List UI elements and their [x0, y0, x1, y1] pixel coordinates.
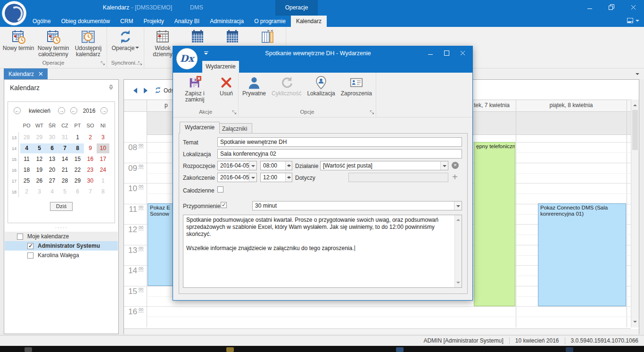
minical-day[interactable]: 23	[84, 165, 97, 175]
document-tab-kalendarz[interactable]: Kalendarz	[4, 68, 48, 79]
dialog-minimize-button[interactable]	[422, 46, 438, 59]
nowy-termin-całodzienny-button[interactable]: Nowy termin całodzienny	[36, 28, 71, 58]
cykliczność-button[interactable]: Cykliczność	[269, 74, 304, 97]
minical-day[interactable]: 9	[84, 143, 97, 153]
zapisz-i-zamknij-button[interactable]: Zapisz i zamknij	[174, 74, 215, 103]
tree-item-karolina-walega[interactable]: Karolina Wałęga	[5, 251, 118, 260]
operacje-button[interactable]: Operacje	[108, 28, 143, 51]
usuń-button[interactable]: Usuń	[215, 74, 237, 103]
prev-month-button[interactable]: ←	[14, 107, 21, 114]
dialog-close-button[interactable]	[454, 46, 471, 59]
minical-day[interactable]: 15	[71, 154, 84, 164]
close-button[interactable]	[622, 0, 644, 14]
windows-taskbar[interactable]	[0, 346, 644, 352]
splitter-handle[interactable]: ·····	[4, 225, 118, 230]
minical-day[interactable]: 12	[33, 154, 46, 164]
checkbox[interactable]	[27, 252, 33, 259]
minical-day[interactable]: 30	[46, 133, 58, 142]
spinner-icon[interactable]	[285, 161, 292, 170]
taskbar-icon[interactable]	[25, 347, 32, 352]
scroll-up-icon[interactable]	[633, 102, 637, 106]
menu-tab-projekty[interactable]: Projekty	[138, 16, 169, 27]
dialog-launcher-icon[interactable]	[100, 61, 106, 66]
rozpoczecie-time-input[interactable]: 08:00	[260, 161, 292, 170]
menu-tab-crm[interactable]: CRM	[115, 16, 138, 27]
zakonczenie-date-input[interactable]: 2016-04-05	[217, 173, 257, 182]
minical-day[interactable]: 8	[71, 143, 84, 153]
minical-day[interactable]: 28	[20, 133, 33, 142]
dotyczy-input[interactable]	[348, 173, 448, 182]
minical-day[interactable]: 29	[33, 133, 46, 142]
rozpoczecie-date-input[interactable]: 2016-04-05	[217, 161, 257, 170]
menu-tab-kalendarz[interactable]: Kalendarz	[291, 16, 327, 27]
prev-period-button[interactable]	[131, 88, 137, 93]
refresh-icon[interactable]	[154, 86, 162, 94]
scrollbar-thumb[interactable]	[632, 110, 638, 150]
minical-day[interactable]: 6	[46, 143, 58, 153]
dialog-tab-wydarzenie[interactable]: Wydarzenie	[202, 61, 239, 73]
dialog-launcher-icon[interactable]	[232, 110, 237, 115]
calodzienne-checkbox[interactable]	[217, 186, 223, 193]
quick-access-caret-icon[interactable]	[204, 51, 208, 55]
app-logo-icon[interactable]	[2, 1, 26, 25]
dialog-maximize-button[interactable]	[438, 46, 454, 59]
minical-day[interactable]: 10	[97, 143, 109, 153]
vertical-scrollbar[interactable]	[631, 100, 639, 327]
minical-day[interactable]: 3	[33, 187, 46, 197]
page-tab-wydarzenie[interactable]: Wydarzenie	[180, 122, 220, 134]
minical-day[interactable]: 8	[97, 187, 109, 197]
udostępnij-kalendarz-button[interactable]: Udostępnij kalendarz	[71, 28, 106, 58]
taskbar-icon[interactable]	[396, 347, 404, 352]
minimize-button[interactable]	[579, 0, 601, 14]
event-pokaz-connecto[interactable]: Pokaz Connecto DMS (Sala konrerencyjna 0…	[538, 203, 626, 306]
minical-day[interactable]: 3	[97, 133, 109, 142]
minical-day[interactable]: 28	[58, 176, 71, 186]
temat-input[interactable]: Spotkanie wewnętrzne DH	[217, 137, 462, 147]
tree-item-administrator-systemu[interactable]: Administrator Systemu	[5, 241, 118, 251]
minical-day[interactable]: 19	[33, 165, 46, 175]
zakonczenie-time-input[interactable]: 12:00	[260, 173, 292, 182]
prev-year-button[interactable]: ←	[70, 107, 77, 114]
event-pokaz-e[interactable]: Pokaz E Sosnow	[148, 203, 174, 286]
przypomnienie-select[interactable]: 30 minut	[252, 201, 462, 210]
spinner-icon[interactable]	[285, 173, 292, 182]
minical-day[interactable]: 13	[46, 154, 58, 164]
ribbon-options[interactable]	[627, 17, 639, 24]
checkbox[interactable]	[17, 234, 23, 240]
minical-day[interactable]: 7	[84, 187, 97, 197]
minical-day[interactable]: 2	[84, 133, 97, 142]
description-field[interactable]: Spotkanie podsumowujące ostatni kwartał.…	[183, 215, 462, 288]
taskbar-icon[interactable]	[566, 347, 573, 352]
minical-day[interactable]: 30	[84, 176, 97, 186]
menu-tab-ogólne[interactable]: Ogólne	[27, 16, 56, 27]
scroll-down-icon[interactable]	[456, 282, 460, 285]
menu-tab-administracja[interactable]: Administracja	[205, 16, 249, 27]
restore-button[interactable]	[601, 0, 622, 14]
minical-day[interactable]: 6	[71, 187, 84, 197]
minical-day[interactable]: 2	[20, 187, 33, 197]
checkbox[interactable]	[27, 243, 33, 249]
prywatne-button[interactable]: Prywatne	[239, 74, 269, 97]
minical-day[interactable]: 31	[58, 133, 71, 142]
memo-scrollbar[interactable]	[454, 215, 462, 287]
minical-day[interactable]: 4	[20, 143, 33, 153]
menu-tab-o-programie[interactable]: O programie	[249, 16, 291, 27]
close-tab-icon[interactable]	[39, 72, 43, 76]
tab-list-caret-icon[interactable]	[636, 73, 639, 77]
chevron-down-icon[interactable]	[249, 161, 256, 170]
minical-day[interactable]: 5	[58, 187, 71, 197]
next-period-button[interactable]	[144, 88, 150, 93]
lokalizacja-button[interactable]: Lokalizacja	[304, 74, 338, 97]
minical-day[interactable]: 17	[97, 154, 109, 164]
minical-day[interactable]: 16	[84, 154, 97, 164]
next-year-button[interactable]: →	[100, 107, 107, 114]
day-header-monday[interactable]: p	[165, 102, 168, 109]
minical-month-label[interactable]: kwiecień	[22, 108, 57, 114]
minical-day[interactable]: 14	[58, 154, 71, 164]
hour-row[interactable]: 1600	[124, 306, 631, 327]
nowy-termin-button[interactable]: Nowy termin	[1, 28, 36, 58]
day-header-friday[interactable]: piątek, 8 kwietnia	[516, 102, 627, 109]
event-telefonicznie[interactable]: ępny telefonicznie)	[474, 142, 515, 306]
przypomnienie-checkbox[interactable]	[221, 202, 227, 208]
minical-day[interactable]: 7	[58, 143, 71, 153]
